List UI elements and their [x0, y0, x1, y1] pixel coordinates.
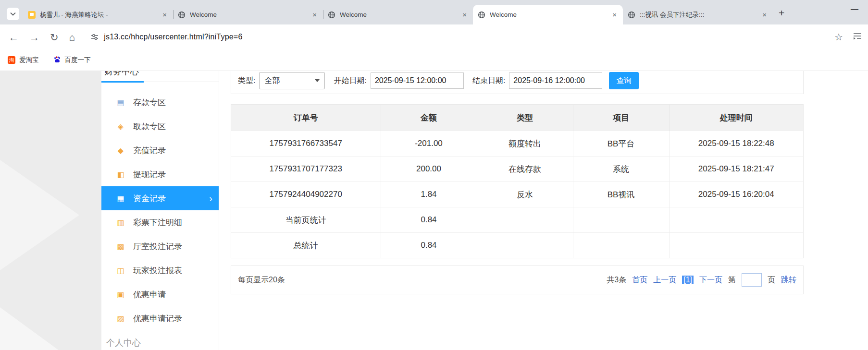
col-type: 类型	[477, 105, 573, 131]
deposit-card-icon: ▤	[116, 98, 125, 107]
lottery-detail-icon: ▥	[116, 218, 125, 227]
window-minimize-button[interactable]: —	[851, 5, 858, 13]
table-cell: 0.84	[381, 207, 477, 233]
promo-record-icon: ▨	[116, 314, 125, 323]
home-button[interactable]: ⌂	[69, 32, 75, 42]
page-content: 财务中心 ▤ 存款专区 ◈ 取款专区 ◆ 充值记录 ◧ 提现记录	[0, 71, 868, 350]
sidebar-item-promo-apply[interactable]: ▣ 优惠申请	[101, 282, 219, 306]
page-jump-input[interactable]	[742, 273, 762, 287]
sidebar-item-label: 彩票下注明细	[133, 217, 182, 228]
new-tab-button[interactable]: +	[779, 8, 784, 18]
tab-welcome-1[interactable]: Welcome ×	[173, 5, 323, 24]
decor-triangle	[0, 307, 99, 350]
sidebar-item-withdraw-zone[interactable]: ◈ 取款专区	[101, 114, 219, 138]
table-cell: 反水	[477, 182, 573, 207]
total-count-text: 共3条	[607, 275, 626, 285]
decor-triangle	[0, 160, 79, 270]
table-cell	[669, 233, 803, 258]
table-cell: 总统计	[231, 233, 381, 258]
end-date-input[interactable]	[509, 72, 602, 89]
sidebar-item-hall-bet-record[interactable]: ▩ 厅室投注记录	[101, 234, 219, 258]
col-process-time: 处理时间	[669, 105, 803, 131]
tab-close-icon[interactable]: ×	[761, 11, 768, 19]
tab-close-icon[interactable]: ×	[461, 11, 468, 19]
sidebar-item-label: 存款专区	[133, 97, 166, 108]
sidebar-header-title: 财务中心	[104, 71, 139, 77]
tab-welcome-active[interactable]: Welcome ×	[473, 5, 623, 24]
bookmark-star-icon[interactable]: ☆	[834, 31, 843, 43]
table-row: 1757924404902270 1.84 反水 BB视讯 2025-09-15…	[231, 182, 803, 207]
query-button[interactable]: 查询	[609, 72, 639, 89]
tab-title: Welcome	[490, 11, 607, 18]
first-page-link[interactable]: 首页	[632, 275, 647, 285]
chevron-right-icon: ›	[209, 193, 212, 204]
sidebar-item-player-bet-report[interactable]: ◫ 玩家投注报表	[101, 258, 219, 282]
jump-suffix-label: 页	[768, 275, 775, 285]
tab-welcome-2[interactable]: Welcome ×	[323, 5, 473, 24]
jump-button[interactable]: 跳转	[781, 275, 796, 285]
browser-window: 杨雪儿 - 海燕策略论坛 - × Welcome × Welcome × Wel…	[0, 0, 868, 350]
table-cell: 在线存款	[477, 157, 573, 182]
table-cell: -201.00	[381, 131, 477, 157]
sidebar-item-label: 优惠申请	[133, 289, 166, 300]
hall-bet-record-icon: ▩	[116, 242, 125, 251]
next-page-link[interactable]: 下一页	[699, 275, 722, 285]
pagination-bar: 每页显示20条 共3条 首页 上一页 [1] 下一页 第 页 跳转	[231, 266, 804, 294]
table-cell	[477, 207, 573, 233]
globe-favicon-icon	[628, 11, 635, 19]
sidebar: 财务中心 ▤ 存款专区 ◈ 取款专区 ◆ 充值记录 ◧ 提现记录	[101, 71, 219, 350]
recharge-record-icon: ◆	[116, 146, 125, 155]
type-filter-label: 类型:	[238, 76, 255, 86]
tab-close-icon[interactable]: ×	[311, 11, 318, 19]
globe-favicon-icon	[478, 11, 485, 19]
address-bar-url[interactable]: js13.cc/hhcp/usercenter.html?iniType=6	[104, 33, 242, 41]
sidebar-item-cashout-record[interactable]: ◧ 提现记录	[101, 162, 219, 186]
sidebar-item-promo-record[interactable]: ▨ 优惠申请记录	[101, 306, 219, 330]
side-panel-icon[interactable]	[853, 32, 862, 42]
sidebar-item-funds-record[interactable]: ▦ 资金记录 ›	[101, 186, 219, 210]
start-date-input[interactable]	[371, 72, 464, 89]
reload-button[interactable]: ↻	[50, 32, 59, 42]
table-row: 1757931766733547 -201.00 额度转出 BB平台 2025-…	[231, 131, 803, 157]
promo-apply-icon: ▣	[116, 290, 125, 299]
tab-title: Welcome	[340, 11, 457, 18]
globe-favicon-icon	[328, 11, 335, 19]
type-select[interactable]: 全部	[259, 72, 325, 89]
page-left-gutter	[0, 71, 101, 350]
bookmark-item-baidu[interactable]: 百度一下	[53, 56, 91, 65]
withdraw-coins-icon: ◈	[116, 122, 125, 131]
records-table-container: 订单号 金额 类型 项目 处理时间 1757931766733547 -201.…	[231, 104, 804, 258]
tab-search-button[interactable]	[7, 8, 19, 20]
back-button[interactable]: ←	[9, 32, 19, 42]
table-cell: BB平台	[573, 131, 669, 157]
table-cell	[477, 233, 573, 258]
col-project: 项目	[573, 105, 669, 131]
table-cell: 200.00	[381, 157, 477, 182]
browser-toolbar: ← → ↻ ⌂ js13.cc/hhcp/usercenter.html?ini…	[0, 24, 868, 49]
sidebar-menu: ▤ 存款专区 ◈ 取款专区 ◆ 充值记录 ◧ 提现记录 ▦ 资金记录	[101, 82, 219, 330]
table-row-page-stats: 当前页统计 0.84	[231, 207, 803, 233]
tab-title: Welcome	[190, 11, 307, 18]
sidebar-item-label: 优惠申请记录	[133, 313, 182, 324]
tab-strip: 杨雪儿 - 海燕策略论坛 - × Welcome × Welcome × Wel…	[0, 0, 868, 24]
site-info-icon[interactable]	[90, 33, 99, 41]
tab-close-icon[interactable]: ×	[161, 11, 168, 19]
tab-close-icon[interactable]: ×	[611, 11, 618, 19]
prev-page-link[interactable]: 上一页	[653, 275, 676, 285]
col-order-id: 订单号	[231, 105, 381, 131]
sidebar-item-deposit-zone[interactable]: ▤ 存款专区	[101, 90, 219, 114]
forum-favicon-icon	[28, 11, 36, 19]
sidebar-section-personal-center[interactable]: 个人中心	[106, 337, 141, 349]
sidebar-item-label: 取款专区	[133, 121, 166, 132]
forward-button[interactable]: →	[29, 32, 39, 42]
current-page-indicator[interactable]: [1]	[682, 276, 694, 284]
tab-video-bet-record[interactable]: :::视讯 会员下注纪录::: ×	[623, 5, 773, 24]
tab-forum[interactable]: 杨雪儿 - 海燕策略论坛 - ×	[23, 5, 173, 24]
sidebar-item-recharge-record[interactable]: ◆ 充值记录	[101, 138, 219, 162]
main-content: 类型: 全部 开始日期: 结束日期: 查询 订单号 金额	[231, 71, 804, 294]
sidebar-item-label: 厅室投注记录	[133, 241, 182, 252]
table-cell: 1757924404902270	[231, 182, 381, 207]
bookmark-item-aitaobao[interactable]: 淘 爱淘宝	[8, 56, 39, 64]
sidebar-item-lottery-bet-detail[interactable]: ▥ 彩票下注明细	[101, 210, 219, 234]
sidebar-item-label: 玩家投注报表	[133, 265, 182, 276]
